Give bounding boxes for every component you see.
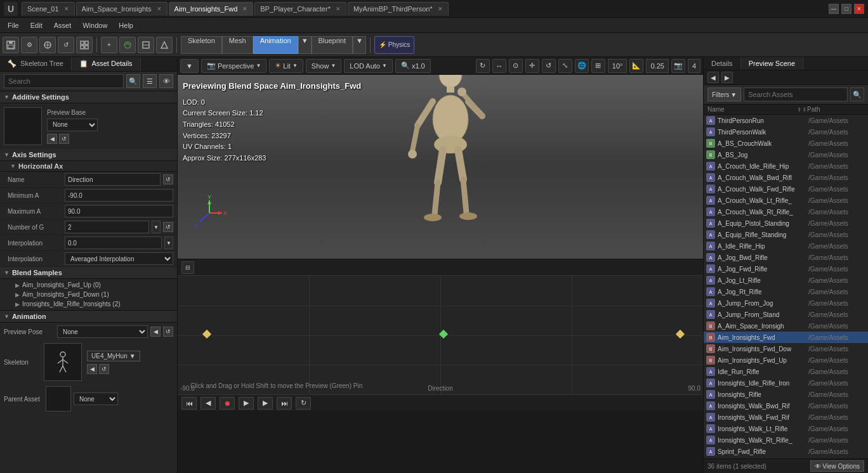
interp1-input[interactable] (65, 236, 162, 249)
minimize-button[interactable]: — (829, 4, 839, 14)
asset-row-10[interactable]: A A_Equip_Rifle_Standing /Game/Assets (704, 229, 868, 240)
next-btn[interactable]: ▶ (258, 397, 273, 410)
menu-help[interactable]: Help (114, 20, 138, 30)
asset-row-20[interactable]: B Aim_Ironsights_Fwd_Dow /Game/Assets (704, 343, 868, 354)
asset-row-19[interactable]: B Aim_Ironsights_Fwd /Game/Assets (704, 332, 868, 343)
tab-skeleton-tree[interactable]: 🦴 Skeleton Tree (0, 57, 72, 71)
preview-pose-prev[interactable]: ◀ (150, 327, 161, 337)
rotate2-btn[interactable]: ↺ (542, 59, 556, 73)
tab-aim-space[interactable]: Aim_Space_Ironsights ✕ (76, 2, 168, 16)
asset-row-9[interactable]: A A_Equip_Pistol_Standing /Game/Assets (704, 217, 868, 229)
toolbar-btn-7[interactable] (156, 37, 173, 53)
tab-bp-player-close[interactable]: ✕ (336, 6, 341, 12)
asset-row-26[interactable]: A Ironsights_Walk_Fwd_Rif /Game/Assets (704, 411, 868, 423)
num-g-reset[interactable]: ↺ (163, 222, 173, 232)
distance-display[interactable]: 0.25 (646, 59, 668, 73)
left-eye-toggle[interactable]: 👁 (159, 74, 173, 88)
tab-asset-details[interactable]: 📋 Asset Details (72, 57, 141, 71)
interp2-select[interactable]: Averaged Interpolation (65, 252, 173, 265)
toolbar-btn-4[interactable]: + (101, 37, 117, 53)
asset-row-15[interactable]: A A_Jog_Rt_Rifle /Game/Assets (704, 286, 868, 297)
toolbar-btn-2[interactable]: ↺ (58, 37, 74, 53)
right-tab-preview-scene[interactable]: Preview Scene (741, 57, 803, 70)
skeleton-prev-btn[interactable]: ◀ (87, 364, 97, 374)
physics-button[interactable]: ⚡ Physics (374, 36, 414, 54)
reset-view-btn[interactable]: ⊙ (509, 59, 523, 73)
asset-row-27[interactable]: A Ironsights_Walk_Lt_Rifle /Game/Assets (704, 423, 868, 434)
tab-aim-fwd[interactable]: Aim_Ironsights_Fwd ✕ (169, 2, 254, 16)
asset-row-28[interactable]: A Ironsights_Walk_Rt_Rifle_ /Game/Assets (704, 434, 868, 446)
animation-header[interactable]: ▼ Animation (0, 310, 177, 323)
preview-base-prev[interactable]: ◀ (47, 134, 57, 144)
asset-row-29[interactable]: A Sprint_Fwd_Rifle /Game/Assets (704, 446, 868, 457)
blend-canvas[interactable]: Click and Drag or Hold Shift to move the… (178, 276, 703, 394)
asset-row-7[interactable]: A A_Crouch_Walk_Lt_Rifle_ /Game/Assets (704, 195, 868, 206)
skeleton-reset-btn[interactable]: ↺ (99, 364, 109, 374)
asset-row-2[interactable]: B A_BS_CrouchWalk /Game/Assets (704, 138, 868, 149)
max-a-input[interactable] (65, 205, 173, 217)
scale-btn[interactable]: ⤡ (558, 59, 572, 73)
asset-row-16[interactable]: A A_Jump_From_Jog /Game/Assets (704, 297, 868, 309)
menu-file[interactable]: File (3, 20, 24, 30)
prev-frame-btn[interactable]: ⏮ (181, 397, 197, 410)
tab-bp-player[interactable]: BP_Player_Character* ✕ (254, 2, 346, 16)
tab-myaniambp[interactable]: MyAnimBP_ThirdPerson* ✕ (348, 2, 449, 16)
save-button[interactable] (3, 37, 19, 53)
parent-asset-select[interactable]: None (74, 392, 118, 405)
blend-diamond-right[interactable] (676, 329, 685, 338)
loop-btn[interactable]: ↻ (296, 397, 311, 410)
asset-row-8[interactable]: A A_Crouch_Walk_Rt_Rifle_ /Game/Assets (704, 206, 868, 217)
perspective-button[interactable]: 📷 Perspective ▼ (201, 59, 266, 73)
menu-asset[interactable]: Asset (49, 20, 77, 30)
mode-dropdown[interactable]: ▼ (298, 36, 312, 54)
settings-button[interactable]: ⚙ (21, 37, 37, 53)
num-g-spinner[interactable]: ▼ (152, 221, 161, 233)
assets-search-input[interactable] (744, 87, 848, 101)
right-forward-btn[interactable]: ▶ (721, 72, 733, 83)
maximize-button[interactable]: □ (841, 4, 852, 14)
mode-blueprint[interactable]: Blueprint (312, 36, 353, 54)
axis-settings-header[interactable]: ▼ Axis Settings (0, 149, 177, 161)
preview-pose-select[interactable]: None (57, 325, 148, 338)
tab-myaniambp-close[interactable]: ✕ (438, 6, 443, 12)
interp1-spinner[interactable]: ▼ (164, 236, 173, 249)
blend-samples-header[interactable]: ▼ Blend Samples (0, 267, 177, 279)
asset-row-11[interactable]: A A_Idle_Rifle_Hip /Game/Assets (704, 240, 868, 252)
preview-pose-reset[interactable]: ↺ (163, 327, 173, 337)
viewport-mode-button[interactable]: ▼ (180, 59, 199, 73)
asset-row-6[interactable]: A A_Crouch_Walk_Fwd_Rifle /Game/Assets (704, 183, 868, 195)
blend-collapse-btn[interactable]: ⊟ (181, 261, 194, 274)
preview-base-select[interactable]: None (47, 119, 98, 131)
mode-animation[interactable]: Animation (253, 36, 298, 54)
asset-row-5[interactable]: A A_Crouch_Walk_Bwd_Rifl /Game/Assets (704, 172, 868, 183)
asset-row-17[interactable]: A A_Jump_From_Stand /Game/Assets (704, 309, 868, 320)
prev-btn[interactable]: ◀ (201, 397, 216, 410)
skeleton-name-button[interactable]: UE4_MyHun ▼ (87, 351, 140, 361)
min-a-input[interactable] (65, 189, 173, 202)
rotate-btn[interactable]: ↻ (476, 59, 490, 73)
flip-btn[interactable]: ↔ (492, 59, 506, 73)
menu-edit[interactable]: Edit (25, 20, 48, 30)
additive-settings-header[interactable]: ▼ Additive Settings (0, 91, 177, 103)
asset-row-0[interactable]: A ThirdPersonRun /Game/Assets (704, 115, 868, 126)
asset-row-4[interactable]: A A_Crouch_Idle_Rifle_Hip /Game/Assets (704, 160, 868, 172)
mode-mesh[interactable]: Mesh (222, 36, 253, 54)
close-button[interactable]: ✕ (854, 4, 864, 14)
mode-skeleton[interactable]: Skeleton (181, 36, 222, 54)
asset-row-24[interactable]: A Ironsights_Rifle /Game/Assets (704, 389, 868, 400)
preview-base-reset[interactable]: ↺ (59, 134, 69, 144)
filters-button[interactable]: Filters ▼ (707, 87, 741, 101)
asset-row-3[interactable]: B A_BS_Jog /Game/Assets (704, 149, 868, 160)
blend-item-2[interactable]: ▶ Ironsights_Idle_Rifle_Ironsights (2) (0, 299, 177, 309)
right-tab-details[interactable]: Details (704, 57, 741, 70)
snap-btn[interactable]: ⊞ (591, 59, 605, 73)
horizontal-axis-header[interactable]: ▼ Horizontal Ax (0, 161, 177, 172)
lod-button[interactable]: LOD Auto ▼ (344, 59, 393, 73)
toolbar-btn-3[interactable] (76, 37, 93, 53)
next-frame-btn[interactable]: ⏭ (277, 397, 292, 410)
asset-row-14[interactable]: A A_Jog_Lt_Rifle /Game/Assets (704, 275, 868, 286)
asset-row-18[interactable]: B A_Aim_Space_Ironsigh /Game/Assets (704, 320, 868, 332)
toolbar-btn-6[interactable] (138, 37, 154, 53)
zoom-button[interactable]: 🔍 x1.0 (395, 59, 431, 73)
asset-row-23[interactable]: A Ironsights_Idle_Rifle_Iron /Game/Asset… (704, 377, 868, 389)
